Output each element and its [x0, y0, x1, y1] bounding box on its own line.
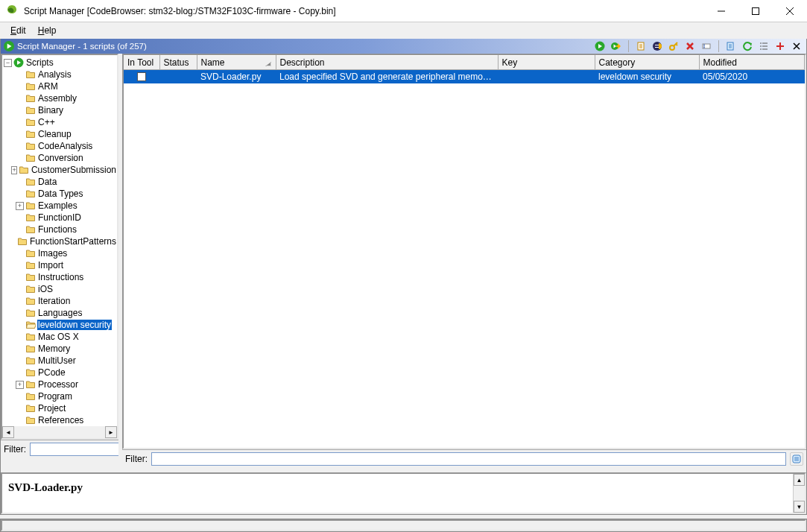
cell-category: leveldown security: [595, 70, 699, 84]
rename-script-button[interactable]: [700, 39, 713, 53]
folder-icon: [25, 379, 36, 390]
tree-item[interactable]: PCode: [2, 367, 117, 379]
tree-item[interactable]: Analysis: [2, 69, 117, 80]
tree-item-label: MultiUser: [37, 355, 77, 366]
tree-item[interactable]: CodeAnalysis: [2, 140, 117, 152]
folder-icon: [25, 224, 36, 235]
statusbar: [0, 519, 807, 532]
col-in-tool[interactable]: In Tool: [124, 56, 159, 70]
tree-item-label: Processor: [37, 379, 79, 390]
key-binding-button[interactable]: [667, 39, 680, 53]
details-vertical-scrollbar[interactable]: ▲▼: [793, 474, 805, 513]
tree-item[interactable]: Import: [2, 259, 117, 271]
tree-item-label: Mac OS X: [37, 332, 80, 342]
tree-item-label: CustomerSubmission: [31, 165, 117, 175]
tree-item[interactable]: Functions: [2, 224, 117, 235]
col-description[interactable]: Description: [276, 56, 498, 70]
tree-item[interactable]: +Examples: [2, 200, 117, 212]
new-script-button[interactable]: [724, 39, 738, 53]
edit-script-button[interactable]: [634, 39, 648, 53]
col-status[interactable]: Status: [159, 56, 197, 70]
tree-item[interactable]: Mac OS X: [2, 331, 117, 343]
tree-item[interactable]: References: [2, 414, 117, 426]
cell-name: SVD-Loader.py: [197, 70, 276, 84]
folder-icon: [25, 212, 36, 223]
menu-edit[interactable]: Edit: [4, 24, 32, 37]
tree-horizontal-scrollbar[interactable]: ◄►: [2, 426, 117, 438]
close-panel-button[interactable]: [790, 39, 803, 53]
tree-item[interactable]: Data Types: [2, 188, 117, 200]
table-filter-options-button[interactable]: [790, 452, 803, 466]
cell-key: [498, 70, 595, 84]
tree-item[interactable]: Memory: [2, 343, 117, 355]
table-header[interactable]: In Tool Status Name Description Key Cate…: [124, 56, 805, 70]
tree-item-label: Iteration: [37, 296, 71, 306]
maximize-button[interactable]: [738, 0, 773, 22]
in-tool-checkbox[interactable]: [137, 72, 146, 81]
tree-item[interactable]: iOS: [2, 283, 117, 295]
tree-item-label: Cleanup: [37, 129, 72, 139]
tree-item-label: iOS: [37, 284, 54, 294]
category-tree-panel: −ScriptsAnalysisARMAssemblyBinaryC++Clea…: [1, 54, 118, 440]
folder-icon: [25, 355, 36, 366]
tree-root[interactable]: −Scripts: [2, 57, 117, 69]
category-tree[interactable]: −ScriptsAnalysisARMAssemblyBinaryC++Clea…: [2, 55, 117, 426]
col-modified[interactable]: Modified: [699, 56, 805, 70]
minimize-button[interactable]: [704, 0, 738, 22]
eclipse-button[interactable]: [651, 39, 664, 53]
tree-item[interactable]: +CustomerSubmission: [2, 164, 117, 176]
col-key[interactable]: Key: [498, 56, 595, 70]
folder-icon: [25, 69, 36, 80]
expander-icon[interactable]: −: [4, 59, 12, 67]
tree-item-label: FunctionID: [37, 212, 82, 223]
tree-item[interactable]: Cleanup: [2, 128, 117, 140]
expander-icon[interactable]: +: [16, 381, 24, 389]
script-directories-button[interactable]: [757, 39, 770, 53]
run-last-button[interactable]: [610, 39, 623, 53]
folder-icon: [25, 105, 36, 115]
details-title: SVD-Loader.py: [8, 481, 787, 494]
tree-item[interactable]: FunctionStartPatterns: [2, 235, 117, 247]
tree-item-label: Conversion: [37, 153, 84, 163]
expander-icon[interactable]: +: [11, 166, 17, 174]
folder-icon: [25, 284, 36, 294]
folder-icon: [25, 117, 36, 127]
tree-item[interactable]: C++: [2, 116, 117, 128]
tree-item[interactable]: Instructions: [2, 271, 117, 283]
toolbar-separator: [628, 40, 629, 52]
col-category[interactable]: Category: [595, 56, 699, 70]
folder-icon: [25, 343, 36, 354]
folder-icon: [25, 189, 36, 199]
folder-icon: [17, 236, 28, 247]
tree-item[interactable]: leveldown security: [2, 319, 117, 331]
tree-item[interactable]: FunctionID: [2, 212, 117, 224]
refresh-button[interactable]: [741, 39, 754, 53]
tree-item[interactable]: ARM: [2, 80, 117, 92]
tree-item[interactable]: Iteration: [2, 295, 117, 307]
close-button[interactable]: [773, 0, 807, 22]
component-titlebar: Script Manager - 1 scripts (of 257): [1, 39, 806, 54]
tree-item[interactable]: Project: [2, 402, 117, 414]
tree-item[interactable]: MultiUser: [2, 355, 117, 367]
tree-item[interactable]: Conversion: [2, 152, 117, 164]
tree-item[interactable]: Data: [2, 176, 117, 188]
tree-item-label: Languages: [37, 308, 83, 318]
tree-item[interactable]: Program: [2, 390, 117, 402]
tree-item[interactable]: Images: [2, 247, 117, 259]
tree-item[interactable]: Languages: [2, 307, 117, 319]
folder-icon: [25, 93, 36, 104]
delete-script-button[interactable]: [683, 39, 697, 53]
menu-help[interactable]: Help: [32, 24, 63, 37]
run-script-button[interactable]: [593, 39, 607, 53]
tree-item[interactable]: +Processor: [2, 379, 117, 390]
table-row[interactable]: SVD-Loader.pyLoad specified SVD and gene…: [124, 70, 805, 84]
tree-item[interactable]: Binary: [2, 104, 117, 116]
folder-icon: [25, 272, 36, 282]
table-filter-input[interactable]: [151, 452, 786, 466]
expander-icon[interactable]: +: [16, 202, 24, 210]
col-name[interactable]: Name: [197, 56, 276, 70]
create-button[interactable]: [773, 39, 787, 53]
titlebar: Script Manager [CodeBrowser: stm32-blog:…: [0, 0, 807, 22]
tree-item-label: Project: [37, 403, 66, 414]
tree-item[interactable]: Assembly: [2, 92, 117, 104]
